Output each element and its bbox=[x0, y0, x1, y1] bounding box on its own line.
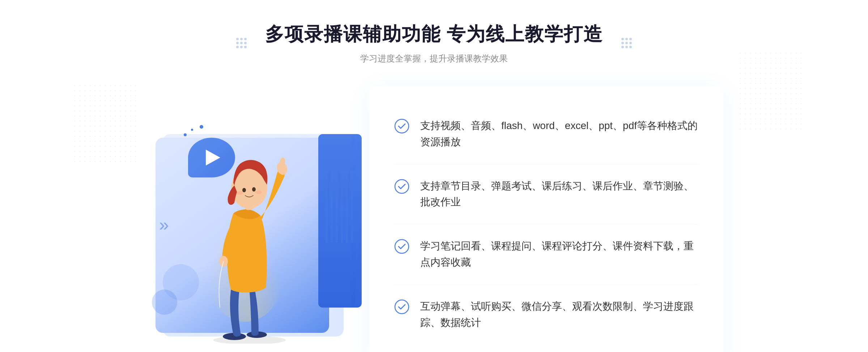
header-dots-right bbox=[621, 38, 632, 48]
header-dots-left bbox=[236, 38, 247, 48]
check-icon-2 bbox=[394, 179, 409, 194]
person-illustration bbox=[181, 127, 318, 344]
svg-point-14 bbox=[395, 300, 409, 314]
feature-text-2: 支持章节目录、弹题考试、课后练习、课后作业、章节测验、批改作业 bbox=[420, 178, 698, 211]
svg-point-12 bbox=[395, 180, 409, 193]
content-area: » 支持视频、音频、flash、word、excel、ppt、pdf等各种格式的… bbox=[145, 86, 723, 352]
svg-point-11 bbox=[395, 119, 409, 133]
svg-point-8 bbox=[252, 187, 256, 192]
feature-text-1: 支持视频、音频、flash、word、excel、ppt、pdf等各种格式的资源… bbox=[420, 118, 698, 150]
deco-circle-2 bbox=[152, 289, 177, 315]
svg-point-9 bbox=[237, 191, 243, 195]
svg-point-7 bbox=[242, 188, 246, 192]
feature-text-4: 互动弹幕、试听购买、微信分享、观看次数限制、学习进度跟踪、数据统计 bbox=[420, 299, 698, 331]
feature-item-3: 学习笔记回看、课程提问、课程评论打分、课件资料下载，重点内容收藏 bbox=[394, 224, 698, 285]
features-panel: 支持视频、音频、flash、word、excel、ppt、pdf等各种格式的资源… bbox=[369, 86, 723, 352]
illustration-container: » bbox=[145, 105, 391, 344]
feature-text-3: 学习笔记回看、课程提问、课程评论打分、课件资料下载，重点内容收藏 bbox=[420, 238, 698, 271]
feature-item-1: 支持视频、音频、flash、word、excel、ppt、pdf等各种格式的资源… bbox=[394, 104, 698, 164]
page-title: 多项录播课辅助功能 专为线上教学打造 bbox=[265, 22, 603, 47]
check-icon-4 bbox=[394, 299, 409, 314]
dot-grid-left bbox=[72, 83, 137, 163]
dot-grid-right bbox=[738, 51, 803, 130]
page-container: 多项录播课辅助功能 专为线上教学打造 学习进度全掌握，提升录播课教学效果 bbox=[0, 0, 868, 352]
svg-point-10 bbox=[255, 190, 262, 194]
feature-item-4: 互动弹幕、试听购买、微信分享、观看次数限制、学习进度跟踪、数据统计 bbox=[394, 285, 698, 345]
page-subtitle: 学习进度全掌握，提升录播课教学效果 bbox=[265, 53, 603, 64]
chevron-left-icon: » bbox=[159, 214, 169, 234]
header-section: 多项录播课辅助功能 专为线上教学打造 学习进度全掌握，提升录播课教学效果 bbox=[265, 22, 603, 64]
check-icon-3 bbox=[394, 239, 409, 254]
stripe-decoration bbox=[326, 170, 354, 242]
feature-item-2: 支持章节目录、弹题考试、课后练习、课后作业、章节测验、批改作业 bbox=[394, 164, 698, 225]
check-icon-1 bbox=[394, 119, 409, 134]
svg-point-13 bbox=[395, 240, 409, 253]
